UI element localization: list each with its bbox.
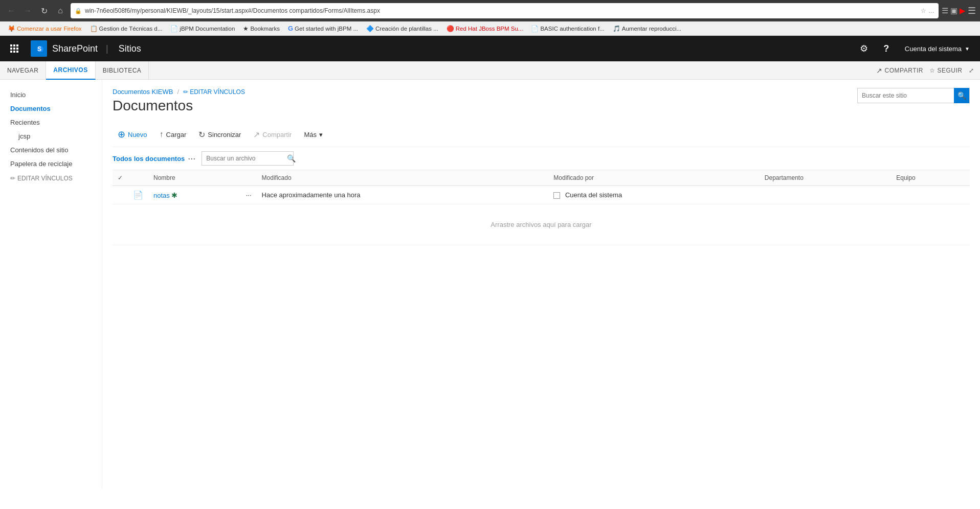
bookmark-basic-auth[interactable]: 📄 BASIC authentication f... xyxy=(527,24,608,33)
bookmark-firefox-label: Comenzar a usar Firefox xyxy=(17,26,82,32)
bookmark-star-icon[interactable]: ☆ xyxy=(921,7,926,14)
sidebar-item-contenidos[interactable]: Contenidos del sitio xyxy=(0,143,102,157)
user-menu[interactable]: Cuenta del sistema ▼ xyxy=(899,36,976,61)
sidebar-item-recientes[interactable]: Recientes xyxy=(0,115,102,129)
col-departamento[interactable]: Departamento xyxy=(760,170,891,186)
breadcrumb-area: Documentos KIEWB / ✏ EDITAR VÍNCULOS xyxy=(113,80,857,98)
document-toolbar: ⊕ Nuevo ↑ Cargar ↻ Sincronizar ↗ Compart… xyxy=(113,122,970,147)
cargar-button[interactable]: ↑ Cargar xyxy=(154,127,192,142)
sidebar-item-papelera[interactable]: Papelera de reciclaje xyxy=(0,157,102,171)
video-icon[interactable]: ▶ xyxy=(960,6,966,15)
fullscreen-icon: ⤢ xyxy=(969,67,974,74)
main-content: Documentos KIEWB / ✏ EDITAR VÍNCULOS Doc… xyxy=(102,80,980,489)
tab-archivos[interactable]: ARCHIVOS xyxy=(46,61,95,80)
bookmark-jbpm-started[interactable]: G Get started with jBPM ... xyxy=(284,24,362,33)
svg-rect-6 xyxy=(10,51,12,53)
address-icons: ☆ … xyxy=(921,7,934,14)
waffle-menu-button[interactable] xyxy=(4,36,25,61)
forward-button[interactable]: → xyxy=(20,4,35,18)
menu-icon[interactable]: ☰ xyxy=(968,5,976,16)
site-search-box[interactable]: 🔍 xyxy=(857,88,970,103)
fullscreen-action[interactable]: ⤢ xyxy=(969,67,974,74)
firefox-icon: 🦊 xyxy=(8,25,15,32)
mas-button[interactable]: Más ▾ xyxy=(299,128,328,141)
browser-chrome: ← → ↻ ⌂ 🔒 win-7n6eol508f6/my/personal/KI… xyxy=(0,0,980,21)
sincronizar-label: Sincronizar xyxy=(208,131,241,138)
topbar-divider: | xyxy=(106,43,108,54)
file-search-input[interactable] xyxy=(202,155,287,162)
bookmark-gestion[interactable]: 📋 Gestion de Técnicas d... xyxy=(86,24,166,33)
topbar-right: ⚙ ? Cuenta del sistema ▼ xyxy=(854,36,976,61)
word-file-icon: 📄 xyxy=(133,191,143,199)
compartir-button[interactable]: ↗ Compartir xyxy=(248,127,297,142)
share-icon: ↗ xyxy=(876,66,883,75)
browser-nav-buttons: ← → ↻ ⌂ xyxy=(4,4,68,18)
row-modificado: Hace aproximadamente una hora xyxy=(257,186,549,204)
file-link-notas[interactable]: notas xyxy=(153,192,171,199)
address-menu-icon[interactable]: … xyxy=(928,7,934,14)
view-more-icon[interactable]: ··· xyxy=(188,154,195,163)
view-all-documents[interactable]: Todos los documentos xyxy=(113,155,185,163)
back-button[interactable]: ← xyxy=(4,4,18,18)
nuevo-label: Nuevo xyxy=(128,131,147,138)
svg-rect-3 xyxy=(10,48,12,50)
jbpm-doc-icon: 📄 xyxy=(170,25,178,32)
col-nombre[interactable]: Nombre xyxy=(148,170,241,186)
modificado-por-checkbox[interactable] xyxy=(553,192,560,199)
tab-biblioteca[interactable]: BIBLIOTECA xyxy=(96,61,149,80)
sidebar-item-inicio[interactable]: Inicio xyxy=(0,88,102,102)
col-modificado[interactable]: Modificado xyxy=(257,170,549,186)
svg-rect-1 xyxy=(13,44,15,47)
row-dots[interactable]: ··· xyxy=(241,186,257,204)
documents-table: ✓ Nombre Modificado Modificado por Depar… xyxy=(113,170,970,245)
file-search-button[interactable]: 🔍 xyxy=(287,151,296,166)
sidebar-edit-label: EDITAR VÍNCULOS xyxy=(17,175,73,182)
search-icon: 🔍 xyxy=(957,91,966,100)
sidebar-item-jcsp[interactable]: jcsp xyxy=(0,129,102,143)
gear-icon: ⚙ xyxy=(860,43,868,54)
help-button[interactable]: ? xyxy=(876,36,897,61)
bookmark-firefox[interactable]: 🦊 Comenzar a usar Firefox xyxy=(4,24,85,33)
library-icon[interactable]: ☰ xyxy=(942,6,948,15)
compartir-action[interactable]: ↗ COMPARTIR xyxy=(876,66,923,75)
file-badge: ✱ xyxy=(171,191,177,199)
edit-links-breadcrumb[interactable]: ✏ EDITAR VÍNCULOS xyxy=(183,88,245,96)
row-departamento xyxy=(760,186,891,204)
google-icon: G xyxy=(288,25,293,32)
home-button[interactable]: ⌂ xyxy=(53,4,68,18)
sincronizar-button[interactable]: ↻ Sincronizar xyxy=(193,127,246,142)
site-search-input[interactable] xyxy=(858,92,954,99)
tab-navegar[interactable]: NAVEGAR xyxy=(0,61,46,80)
sharepoint-logo-area: S SharePoint | Sitios xyxy=(25,36,147,61)
svg-rect-4 xyxy=(13,48,15,50)
col-modificado-por[interactable]: Modificado por xyxy=(548,170,759,186)
bookmark-plantillas[interactable]: 🔷 Creación de plantillas ... xyxy=(363,24,442,33)
row-equipo xyxy=(891,186,970,204)
title-section: Documentos KIEWB / ✏ EDITAR VÍNCULOS Doc… xyxy=(113,80,857,122)
bookmark-jbpm-label: Get started with jBPM ... xyxy=(295,26,358,32)
user-caret-icon: ▼ xyxy=(965,46,970,52)
window-icon[interactable]: ▣ xyxy=(950,6,957,15)
bookmark-jbpm-doc[interactable]: 📄 jBPM Documentation xyxy=(167,24,238,33)
col-equipo[interactable]: Equipo xyxy=(891,170,970,186)
row-check[interactable] xyxy=(113,186,128,204)
bookmark-bookmarks[interactable]: ★ Bookmarks xyxy=(239,24,283,33)
seguir-action[interactable]: ☆ SEGUIR xyxy=(929,67,963,74)
breadcrumb-link[interactable]: Documentos KIEWB xyxy=(113,88,173,96)
bookmark-jbpm-doc-label: jBPM Documentation xyxy=(180,26,235,32)
col-check[interactable]: ✓ xyxy=(113,170,128,186)
edit-links-icon: ✏ xyxy=(10,175,15,182)
bookmark-reproduccion[interactable]: 🎵 Aumentar reproducci... xyxy=(609,24,685,33)
sidebar: Inicio Documentos Recientes jcsp Conteni… xyxy=(0,80,102,489)
bookmark-redhat[interactable]: 🔴 Red Hat JBoss BPM Su... xyxy=(443,24,527,33)
sidebar-edit-links[interactable]: ✏ EDITAR VÍNCULOS xyxy=(0,171,102,186)
site-search-button[interactable]: 🔍 xyxy=(954,88,969,103)
refresh-button[interactable]: ↻ xyxy=(37,4,51,18)
modificado-por-name: Cuenta del sistema xyxy=(565,191,622,199)
svg-rect-0 xyxy=(10,44,12,47)
file-search-box[interactable]: 🔍 xyxy=(202,151,294,166)
sidebar-item-documentos[interactable]: Documentos xyxy=(0,102,102,115)
address-bar[interactable]: 🔒 win-7n6eol508f6/my/personal/KIEWB/_lay… xyxy=(71,3,939,18)
settings-button[interactable]: ⚙ xyxy=(854,36,874,61)
nuevo-button[interactable]: ⊕ Nuevo xyxy=(113,126,152,143)
